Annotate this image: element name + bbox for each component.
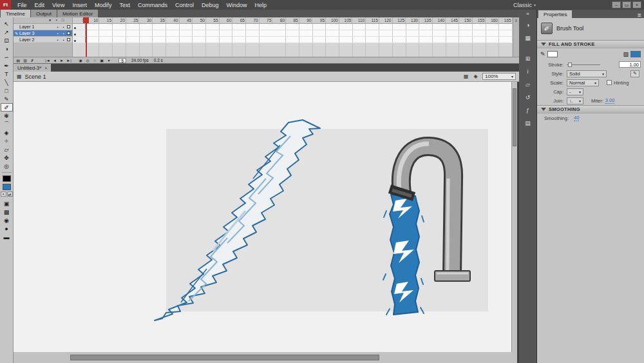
subselection-tool[interactable]: ↗ [1, 28, 13, 36]
align-panel-icon[interactable]: ⊞ [522, 54, 535, 64]
ruler-frame-160[interactable]: 160 [486, 17, 499, 23]
new-layer-button[interactable]: ▤ [15, 57, 21, 63]
layer-lock-dot[interactable]: • [61, 32, 66, 35]
zoom-control[interactable]: 100% [482, 73, 516, 80]
menu-item-text[interactable]: Text [115, 2, 134, 8]
edit-scene-button[interactable]: ▦ [462, 74, 470, 79]
swap-colors-button[interactable]: ⇄ [7, 191, 13, 197]
deco-tool[interactable]: ❃ [1, 112, 13, 120]
ruler-frame-155[interactable]: 155 [473, 17, 486, 23]
ruler-frame-100[interactable]: 100 [326, 17, 339, 23]
layer-frames-row[interactable] [73, 24, 513, 30]
ruler-frame-15[interactable]: 15 [99, 17, 113, 23]
stroke-height-slider[interactable] [567, 61, 600, 68]
eraser-tool[interactable]: ▱ [1, 145, 13, 153]
stroke-color-control[interactable] [547, 51, 558, 57]
close-document-icon[interactable]: × [44, 66, 47, 70]
go-to-first-frame-button[interactable]: |◄ [44, 57, 51, 63]
menu-item-file[interactable]: File [14, 2, 31, 8]
brush-shape-option[interactable]: ▬ [1, 233, 13, 241]
panel-menu-icon[interactable]: ≣ [637, 12, 644, 18]
ruler-frame-65[interactable]: 65 [232, 17, 246, 23]
scene-name[interactable]: Scene 1 [25, 74, 46, 80]
brush-tool[interactable]: ✐ [1, 103, 13, 112]
lock-fill-toggle[interactable]: ▩ [1, 208, 13, 216]
smoothing-section-header[interactable]: SMOOTHING [537, 105, 644, 113]
eyedropper-tool[interactable]: ✧ [1, 137, 13, 145]
selection-tool[interactable]: ↖ [1, 19, 13, 28]
hand-tool[interactable]: ✥ [1, 153, 13, 162]
brush-mode-option[interactable]: ◉ [1, 216, 13, 224]
step-back-button[interactable]: ◄ [52, 57, 58, 63]
stroke-height-input[interactable]: 1.00 [619, 61, 641, 68]
timeline-panel-menu-icon[interactable]: ≡ [513, 17, 519, 57]
layer-row[interactable]: Layer 2•• [14, 37, 72, 43]
ruler-frame-60[interactable]: 60 [220, 17, 233, 23]
hinting-checkbox[interactable] [607, 80, 612, 85]
layer-outline-swatch[interactable] [67, 25, 70, 28]
horizontal-scrollbar-thumb[interactable] [70, 355, 379, 360]
tab-properties[interactable]: Properties [538, 10, 572, 18]
fill-color-control[interactable] [630, 51, 641, 57]
ruler-frame-55[interactable]: 55 [206, 17, 220, 23]
tab-motion-editor[interactable]: Motion Editor [57, 10, 98, 17]
ruler-frame-110[interactable]: 110 [352, 17, 366, 23]
menu-item-view[interactable]: View [48, 2, 68, 8]
fill-stroke-section-header[interactable]: FILL AND STROKE [537, 40, 644, 48]
delete-layer-button[interactable]: ✗ [29, 57, 35, 63]
bone-tool[interactable]: ⌒ [1, 120, 13, 128]
ruler-frame-115[interactable]: 115 [366, 17, 379, 23]
black-and-white-button[interactable]: ▪ [1, 191, 6, 197]
layer-frames-row[interactable] [73, 37, 513, 43]
ruler-frame-150[interactable]: 150 [459, 17, 473, 23]
info-panel-icon[interactable]: i [522, 66, 535, 77]
workspace-switcher[interactable]: Classic [513, 0, 536, 10]
minimize-button[interactable]: – [612, 1, 621, 8]
join-dropdown[interactable]: ∟ [567, 97, 583, 104]
step-forward-button[interactable]: ►| [66, 57, 72, 63]
code-snippets-panel-icon[interactable]: ƒ [522, 105, 535, 115]
new-folder-button[interactable]: ▥ [22, 57, 28, 63]
menu-item-modify[interactable]: Modify [91, 2, 116, 8]
stage-canvas[interactable] [14, 82, 511, 352]
ruler-frame-130[interactable]: 130 [406, 17, 419, 23]
ruler-frame-120[interactable]: 120 [379, 17, 393, 23]
ruler-frame-80[interactable]: 80 [272, 17, 286, 23]
swatches-panel-icon[interactable]: ▦ [522, 33, 535, 43]
text-tool[interactable]: T [1, 70, 13, 78]
layer-frames-row[interactable] [73, 30, 513, 37]
tab-output[interactable]: Output [31, 10, 57, 17]
play-button[interactable]: ► [59, 57, 65, 63]
ruler-frame-70[interactable]: 70 [246, 17, 260, 23]
pen-tool[interactable]: ✒ [1, 61, 13, 70]
ruler-frame-45[interactable]: 45 [180, 17, 193, 23]
edit-stroke-style-button[interactable]: ✎ [630, 70, 639, 77]
line-tool[interactable]: ╲ [1, 78, 13, 86]
layer-row[interactable]: Layer 1•• [14, 24, 72, 30]
vertical-scrollbar[interactable] [511, 82, 517, 352]
ruler-frame-140[interactable]: 140 [433, 17, 446, 23]
ruler-frame-30[interactable]: 30 [139, 17, 153, 23]
edit-symbols-button[interactable]: ◈ [471, 74, 480, 79]
ruler-frame-40[interactable]: 40 [166, 17, 180, 23]
stroke-color-swatch[interactable] [3, 175, 11, 182]
menu-item-insert[interactable]: Insert [68, 2, 91, 8]
scale-dropdown[interactable]: Normal [567, 79, 599, 86]
rectangle-tool[interactable]: □ [1, 86, 13, 95]
menu-item-edit[interactable]: Edit [31, 2, 49, 8]
layer-visibility-dot[interactable]: • [55, 38, 61, 42]
ruler-frame-95[interactable]: 95 [312, 17, 326, 23]
miter-value[interactable]: 3.00 [605, 97, 615, 104]
menu-item-debug[interactable]: Debug [198, 2, 223, 8]
collapse-dock-icon[interactable]: « [526, 11, 529, 17]
ruler-frame-50[interactable]: 50 [193, 17, 206, 23]
transform-panel-icon[interactable]: ▱ [522, 79, 535, 90]
zoom-tool[interactable]: ◎ [1, 162, 13, 170]
ruler-frame-105[interactable]: 105 [339, 17, 353, 23]
history-panel-icon[interactable]: ↺ [522, 92, 535, 103]
document-tab[interactable]: Untitled-3* × [14, 64, 51, 72]
center-frame-button[interactable]: ◉ [77, 57, 84, 63]
lock-unlock-all-layers-icon[interactable]: ▪ [53, 17, 59, 23]
ruler-frame-135[interactable]: 135 [419, 17, 433, 23]
playhead-marker[interactable] [83, 17, 89, 23]
